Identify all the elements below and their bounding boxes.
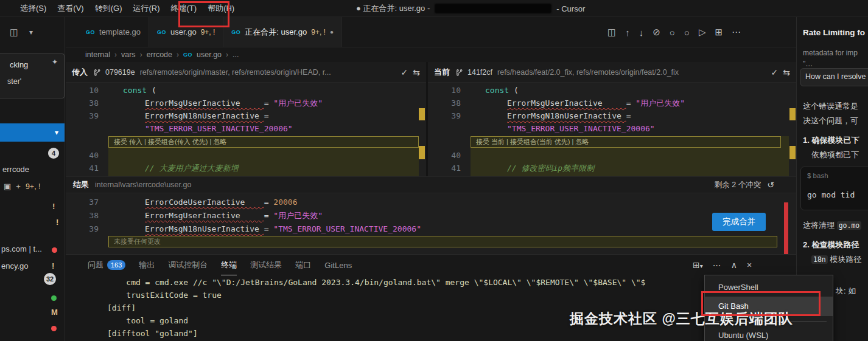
chevron-down-icon[interactable]: ▾ [29,28,33,36]
scm-problems-badge: 9+, ! [26,182,41,191]
line-number: 40 [428,149,471,162]
code-line: 39 ErrorMsgN18nUserInactive = [66,109,426,122]
conflict-marker [419,108,425,120]
line-number: 10 [66,84,108,97]
incoming-conflict-actions[interactable]: 接受 传入 | 接受组合(传入 优先) | 忽略 [108,136,419,148]
problems-count-badge: 163 [107,260,125,270]
menu-goto[interactable]: 转到(G) [89,0,128,17]
code-line: 38 ErrorMsgUserInactive = "用户已失效" [428,97,796,109]
more-actions-icon[interactable]: ⋯ [732,27,741,38]
chevron-right-icon: › [226,50,228,59]
compare-icon[interactable]: ⇆ [413,67,420,77]
split-terminal-icon[interactable]: ⊞▾ [693,260,703,270]
menu-view[interactable]: 查看(V) [52,0,89,17]
added-dot [51,295,57,301]
incoming-pane-header: 传入 079619e refs/remotes/origin/master, r… [66,62,426,83]
chat-quote-end: "… [803,60,813,68]
tree-item-errcode[interactable]: errcode [2,165,29,174]
code-line: 41 // 修改密码ip频率限制 [428,162,796,174]
panel-tab-label: 测试结果 [250,260,282,270]
branch-tooltip-card: cking ✦ ster' [0,53,65,98]
panel-tab-label: 调试控制台 [168,260,208,270]
code-identifier: ErrorMsgUserInactive [145,211,264,220]
breadcrumb-item[interactable]: ... [233,50,239,59]
code-operator: = [264,224,274,233]
next-conflict-icon[interactable]: ○ [684,27,690,38]
code-number: 20006 [273,198,297,207]
code-block-line: go mod tid [807,190,855,199]
chat-quote: metadata for imp [803,49,858,57]
discard-icon[interactable]: ⊘ [653,27,660,38]
tree-item-ps[interactable]: ps.com | t... [1,244,42,253]
panel-tab-label: 终端 [221,260,237,270]
sparkle-icon[interactable]: ✦ [52,58,58,66]
panel-tab-terminal[interactable]: 终端 [221,255,237,275]
breadcrumb: internal › vars › errcode › GO user.go ›… [85,47,239,62]
tab-problems-badge: 9+, ! [201,28,215,36]
dirty-dot-icon[interactable]: ● [330,29,334,35]
panel-tab-test-results[interactable]: 测试结果 [250,255,282,275]
code-line: 37 ErrorCodeUserInactive = 20006 [66,196,784,208]
panel-tab-label: 输出 [139,260,155,270]
explorer-sidebar: ◫ ▾ cking ✦ ster' ▾ 4 errcode ▣ + 9+, ! … [0,17,65,341]
code-operator: = [264,111,269,120]
code-identifier: ErrorMsgN18nUserInactive [145,111,264,120]
maximize-panel-icon[interactable]: ∧ [731,260,737,270]
current-conflict-actions[interactable]: 接受 当前 | 接受组合(当前 优先) | 忽略 [471,136,781,148]
next-change-icon[interactable]: ↓ [639,27,644,38]
plus-icon[interactable]: + [16,182,21,191]
incoming-commit-hash: 079619e [105,68,135,77]
selected-tree-item[interactable]: ▾ [0,123,65,142]
close-panel-icon[interactable]: × [747,260,752,270]
user-message-bubble[interactable]: How can I resolve [800,68,868,86]
tree-item-ency[interactable]: ency.go [1,261,29,270]
undo-icon[interactable]: ↺ [767,180,774,190]
panel-tab-ports[interactable]: 端口 [295,255,311,275]
git-branch-icon [93,68,100,76]
cursor-window: 选择(S) 查看(V) 转到(G) 运行(R) 终端(T) 帮助(H) ● 正在… [0,0,868,341]
accept-all-icon[interactable]: ✓ [771,67,779,77]
go-file-icon: GO [183,52,192,58]
scm-row[interactable]: ▣ + 9+, ! [4,182,41,191]
code-comment: // 修改密码ip频率限制 [507,164,594,173]
code-line: 38 ErrorMsgUserInactive = "用户已失效" [66,97,426,109]
split-diff-icon[interactable]: ◫ [607,27,616,38]
code-identifier: ErrorCodeUserInactive [145,198,264,207]
tab-merging-user-go[interactable]: GO 正在合并: user.go 9+, ! ● [223,17,342,47]
editor-toolbar: ◫ ↑ ↓ ⊘ ○ ○ ▷ ⊞ ⋯ [607,17,741,47]
accept-all-icon[interactable]: ✓ [401,67,408,77]
conflict-marker [419,146,425,159]
chat-paragraph: 块: 如 [836,286,856,297]
editor-layout-icon[interactable]: ◫ [10,27,18,38]
breadcrumb-item[interactable]: internal [85,50,110,59]
complete-merge-button[interactable]: 完成合并 [712,213,766,231]
result-pane-header: 结果 internal\vars\errcode\user.go 剩余 2 个冲… [66,176,796,193]
breadcrumb-item[interactable]: user.go [197,50,222,59]
go-file-icon: GO [157,29,166,35]
panel-tab-debug-console[interactable]: 调试控制台 [168,255,208,275]
tab-template-go[interactable]: GO template.go [78,17,149,47]
menu-run[interactable]: 运行(R) [127,0,165,17]
copy-icon[interactable]: ▣ [4,182,11,191]
git-branch-icon [455,68,463,76]
more-actions-icon[interactable]: ⋯ [713,260,721,270]
chevron-right-icon: › [114,50,117,59]
tab-label: user.go [170,27,197,36]
editor-layout-icon[interactable]: ⊞ [715,27,723,38]
breadcrumb-item[interactable]: errcode [147,50,172,59]
code-string: "用户已失效" [273,98,323,108]
prev-change-icon[interactable]: ↑ [625,27,630,38]
menu-item-ubuntu-wsl[interactable]: Ubuntu (WSL) [705,326,833,341]
run-icon[interactable]: ▷ [699,27,706,38]
incoming-label: 传入 [72,67,88,78]
breadcrumb-item[interactable]: vars [121,50,136,59]
menu-selection[interactable]: 选择(S) [15,0,52,17]
panel-tab-output[interactable]: 输出 [139,255,155,275]
terminal-line: trustExitCode = true [107,291,222,300]
panel-tab-problems[interactable]: 问题 163 [88,255,125,275]
line-number: 38 [66,209,108,222]
compare-icon[interactable]: ⇆ [783,67,790,77]
prev-conflict-icon[interactable]: ○ [670,27,675,38]
panel-tab-gitlens[interactable]: GitLens [324,255,352,275]
go-file-icon: GO [86,29,95,35]
